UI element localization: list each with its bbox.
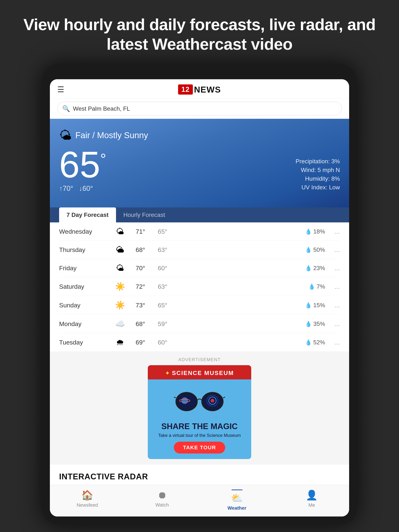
temperature-display: 65° [59,146,106,183]
forecast-more-1[interactable]: ... [329,246,340,254]
svg-point-8 [211,399,214,403]
forecast-precip-3: 💧7% [174,283,329,290]
forecast-icon-0: 🌤 [111,227,129,236]
forecast-more-5[interactable]: ... [329,320,340,328]
ad-museum-title: ✦ SCIENCE MUSEUM [153,370,246,376]
forecast-precip-5: 💧35% [174,321,329,327]
forecast-precip-0: 💧18% [174,228,329,235]
star-icon: ✦ [165,370,172,376]
ad-label: ADVERTISEMENT [59,357,340,362]
weather-banner: 🌤 Fair / Mostly Sunny 65° ↑70° ↓60° Prec… [50,119,349,208]
forecast-precip-6: 💧52% [174,339,329,346]
forecast-high-4: 73° [129,302,152,309]
forecast-day-2: Friday [59,265,111,272]
ad-top: ✦ SCIENCE MUSEUM [148,365,251,380]
degree-symbol: ° [100,152,106,166]
device-notch [174,72,225,76]
forecast-tabs: 7 Day Forecast Hourly Forecast [50,208,349,222]
search-icon: 🔍 [62,105,70,112]
forecast-low-4: 65° [152,302,174,309]
tab-hourly[interactable]: Hourly Forecast [116,208,172,222]
bottom-nav: 🏠 Newsfeed ⏺ Watch ⛅ Weather 👤 Me [50,485,349,516]
forecast-high-3: 72° [129,283,152,290]
forecast-icon-2: 🌤 [111,263,129,273]
forecast-table: Wednesday 🌤 71° 65° 💧18% ... Thursday 🌥 … [50,222,349,352]
condition-text: Fair / Mostly Sunny [75,130,148,140]
ad-middle [148,380,251,420]
forecast-low-6: 60° [152,339,174,346]
forecast-row-5[interactable]: Monday ☁️ 68° 59° 💧35% ... [59,315,340,333]
nav-label-me: Me [308,502,315,508]
condition-icon: 🌤 [59,128,72,142]
forecast-high-0: 71° [129,228,152,235]
forecast-row-2[interactable]: Friday 🌤 70° 60° 💧23% ... [59,259,340,277]
app-screen: ☰ 12 NEWS 🔍 West Palm Beach, FL 🌤 Fair /… [50,79,349,516]
forecast-precip-4: 💧15% [174,302,329,309]
search-input-container[interactable]: 🔍 West Palm Beach, FL [57,102,342,115]
precipitation-detail: Precipitation: 3% [296,158,340,165]
forecast-icon-4: ☀️ [111,300,129,310]
nav-active-indicator [231,489,242,490]
forecast-row-0[interactable]: Wednesday 🌤 71° 65° 💧18% ... [59,222,340,241]
weather-details: Precipitation: 3% Wind: 5 mph N Humidity… [296,158,340,193]
nav-label-weather: Weather [227,505,246,511]
temp-range: ↑70° ↓60° [59,184,106,192]
tab-7day[interactable]: 7 Day Forecast [59,208,116,222]
forecast-icon-1: 🌥 [111,245,129,254]
forecast-day-5: Monday [59,320,111,328]
ad-virtual-tour-text: Take a virtual tour of the Science Museu… [153,433,246,438]
forecast-more-0[interactable]: ... [329,228,340,235]
forecast-day-1: Thursday [59,246,111,253]
forecast-day-3: Saturday [59,283,111,290]
forecast-low-5: 59° [152,320,174,328]
forecast-icon-5: ☁️ [111,319,129,329]
svg-line-5 [223,397,225,398]
forecast-precip-2: 💧23% [174,265,329,272]
hero-heading: View hourly and daily forecasts, live ra… [0,0,399,65]
app-header: ☰ 12 NEWS [50,79,349,98]
forecast-low-1: 63° [152,246,174,253]
radar-title: INTERACTIVE RADAR [59,472,340,481]
ad-take-tour-button[interactable]: TAKE TOUR [174,442,225,454]
nav-item-weather[interactable]: ⛅ Weather [222,489,252,511]
play-icon: ⏺ [157,489,167,500]
forecast-row-6[interactable]: Tuesday 🌧 69° 60° 💧52% ... [59,333,340,352]
svg-point-6 [181,397,188,404]
glasses-illustration [174,387,225,413]
forecast-icon-6: 🌧 [111,338,129,347]
temperature-value: 65 [59,146,100,183]
forecast-more-4[interactable]: ... [329,301,340,309]
ad-banner[interactable]: ✦ SCIENCE MUSEUM [148,365,251,459]
forecast-low-0: 65° [152,228,174,235]
weather-icon: ⛅ [231,493,243,504]
temp-high: ↑70° [59,184,73,192]
wind-detail: Wind: 5 mph N [296,167,340,173]
forecast-row-3[interactable]: Saturday ☀️ 72° 63° 💧7% ... [59,277,340,296]
home-icon: 🏠 [81,489,93,501]
forecast-more-2[interactable]: ... [329,264,340,272]
forecast-high-6: 69° [129,339,152,346]
forecast-icon-3: ☀️ [111,282,129,291]
forecast-row-1[interactable]: Thursday 🌥 68° 63° 💧50% ... [59,241,340,259]
forecast-low-3: 63° [152,283,174,290]
ad-share-magic: SHARE THE MAGIC [153,422,246,431]
nav-item-watch[interactable]: ⏺ Watch [147,489,177,511]
search-bar: 🔍 West Palm Beach, FL [50,98,349,119]
menu-icon[interactable]: ☰ [57,85,64,94]
weather-condition: 🌤 Fair / Mostly Sunny [59,128,340,142]
search-input[interactable]: West Palm Beach, FL [73,105,130,112]
svg-line-4 [174,397,176,398]
forecast-high-1: 68° [129,246,152,253]
nav-item-me[interactable]: 👤 Me [297,489,327,511]
radar-section: INTERACTIVE RADAR [50,465,349,485]
forecast-high-5: 68° [129,320,152,328]
forecast-more-6[interactable]: ... [329,338,340,346]
device-frame: ☰ 12 NEWS 🔍 West Palm Beach, FL 🌤 Fair /… [43,65,356,524]
humidity-detail: Humidity: 8% [296,175,340,182]
nav-item-newsfeed[interactable]: 🏠 Newsfeed [73,489,102,511]
forecast-row-4[interactable]: Sunday ☀️ 73° 65° 💧15% ... [59,296,340,315]
app-logo: 12 NEWS [178,84,221,95]
forecast-more-3[interactable]: ... [329,283,340,290]
nav-label-newsfeed: Newsfeed [77,502,98,508]
forecast-precip-1: 💧50% [174,247,329,253]
